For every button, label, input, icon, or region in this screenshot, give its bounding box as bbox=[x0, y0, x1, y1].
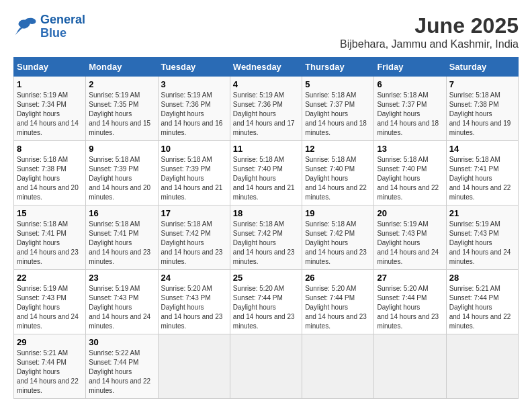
sunset-label: Sunset: 7:43 PM bbox=[449, 230, 499, 237]
day-info: Sunrise: 5:19 AM Sunset: 7:43 PM Dayligh… bbox=[89, 284, 154, 331]
sunrise-label: Sunrise: 5:18 AM bbox=[449, 156, 500, 163]
sunset-label: Sunset: 7:43 PM bbox=[377, 230, 427, 237]
daylight-value: and 14 hours and 21 minutes. bbox=[233, 184, 295, 201]
daylight-value: and 14 hours and 23 minutes. bbox=[305, 248, 367, 265]
sunrise-label: Sunrise: 5:18 AM bbox=[89, 156, 140, 163]
day-info: Sunrise: 5:19 AM Sunset: 7:43 PM Dayligh… bbox=[17, 284, 83, 331]
daylight-label: Daylight hours bbox=[377, 110, 420, 118]
calendar-table: Sunday Monday Tuesday Wednesday Thursday… bbox=[13, 57, 519, 399]
day-info: Sunrise: 5:18 AM Sunset: 7:38 PM Dayligh… bbox=[17, 155, 83, 202]
calendar-cell: 9 Sunrise: 5:18 AM Sunset: 7:39 PM Dayli… bbox=[86, 141, 158, 205]
calendar-cell: 1 Sunrise: 5:19 AM Sunset: 7:34 PM Dayli… bbox=[14, 77, 86, 141]
day-info: Sunrise: 5:18 AM Sunset: 7:42 PM Dayligh… bbox=[305, 220, 371, 267]
sunset-label: Sunset: 7:44 PM bbox=[377, 294, 427, 302]
day-number: 27 bbox=[377, 273, 443, 283]
sunrise-label: Sunrise: 5:21 AM bbox=[17, 349, 68, 357]
daylight-value: and 14 hours and 22 minutes. bbox=[89, 377, 150, 394]
calendar-cell: 10 Sunrise: 5:18 AM Sunset: 7:39 PM Dayl… bbox=[158, 141, 230, 205]
header-sunday: Sunday bbox=[14, 58, 86, 77]
sunset-label: Sunset: 7:37 PM bbox=[377, 101, 427, 108]
sunrise-label: Sunrise: 5:20 AM bbox=[377, 285, 428, 292]
sunrise-label: Sunrise: 5:18 AM bbox=[233, 156, 284, 163]
daylight-value: and 14 hours and 23 minutes. bbox=[161, 313, 223, 330]
calendar-cell: 6 Sunrise: 5:18 AM Sunset: 7:37 PM Dayli… bbox=[374, 77, 446, 141]
daylight-label: Daylight hours bbox=[89, 304, 132, 311]
calendar-cell: 3 Sunrise: 5:19 AM Sunset: 7:36 PM Dayli… bbox=[158, 77, 230, 141]
day-info: Sunrise: 5:21 AM Sunset: 7:44 PM Dayligh… bbox=[449, 284, 515, 331]
calendar-cell bbox=[158, 334, 230, 399]
day-info: Sunrise: 5:18 AM Sunset: 7:41 PM Dayligh… bbox=[89, 220, 154, 267]
daylight-value: and 14 hours and 14 minutes. bbox=[17, 120, 79, 136]
day-info: Sunrise: 5:18 AM Sunset: 7:39 PM Dayligh… bbox=[161, 155, 227, 202]
daylight-value: and 14 hours and 21 minutes. bbox=[161, 184, 223, 201]
sunset-label: Sunset: 7:40 PM bbox=[377, 165, 427, 173]
day-number: 26 bbox=[305, 273, 371, 283]
daylight-value: and 14 hours and 24 minutes. bbox=[449, 248, 511, 265]
calendar-cell: 18 Sunrise: 5:18 AM Sunset: 7:42 PM Dayl… bbox=[230, 205, 302, 270]
header-monday: Monday bbox=[86, 58, 158, 77]
header-friday: Friday bbox=[374, 58, 446, 77]
daylight-value: and 14 hours and 22 minutes. bbox=[305, 184, 367, 201]
sunset-label: Sunset: 7:36 PM bbox=[233, 101, 283, 108]
daylight-label: Daylight hours bbox=[17, 110, 60, 118]
calendar-week-row: 29 Sunrise: 5:21 AM Sunset: 7:44 PM Dayl… bbox=[14, 334, 519, 399]
day-number: 10 bbox=[161, 144, 227, 154]
sunset-label: Sunset: 7:39 PM bbox=[89, 165, 138, 173]
day-info: Sunrise: 5:18 AM Sunset: 7:38 PM Dayligh… bbox=[449, 91, 515, 138]
sunset-label: Sunset: 7:40 PM bbox=[233, 165, 283, 173]
daylight-label: Daylight hours bbox=[17, 175, 60, 182]
daylight-value: and 14 hours and 23 minutes. bbox=[161, 248, 223, 265]
day-number: 16 bbox=[89, 208, 154, 218]
calendar-week-row: 22 Sunrise: 5:19 AM Sunset: 7:43 PM Dayl… bbox=[14, 270, 519, 334]
header-saturday: Saturday bbox=[446, 58, 518, 77]
sunrise-label: Sunrise: 5:18 AM bbox=[449, 91, 500, 99]
day-number: 12 bbox=[305, 144, 371, 154]
daylight-value: and 14 hours and 16 minutes. bbox=[161, 120, 223, 136]
daylight-value: and 14 hours and 24 minutes. bbox=[89, 313, 150, 330]
daylight-label: Daylight hours bbox=[89, 175, 132, 182]
day-number: 14 bbox=[449, 144, 515, 154]
daylight-label: Daylight hours bbox=[17, 304, 60, 311]
sunset-label: Sunset: 7:44 PM bbox=[89, 359, 138, 366]
calendar-cell: 27 Sunrise: 5:20 AM Sunset: 7:44 PM Dayl… bbox=[374, 270, 446, 334]
calendar-cell: 12 Sunrise: 5:18 AM Sunset: 7:40 PM Dayl… bbox=[302, 141, 374, 205]
day-number: 18 bbox=[233, 208, 299, 218]
daylight-label: Daylight hours bbox=[449, 110, 492, 118]
calendar-cell bbox=[374, 334, 446, 399]
calendar-week-row: 1 Sunrise: 5:19 AM Sunset: 7:34 PM Dayli… bbox=[14, 77, 519, 141]
day-info: Sunrise: 5:18 AM Sunset: 7:40 PM Dayligh… bbox=[305, 155, 371, 202]
day-info: Sunrise: 5:19 AM Sunset: 7:43 PM Dayligh… bbox=[377, 220, 443, 267]
sunrise-label: Sunrise: 5:19 AM bbox=[233, 91, 284, 99]
day-info: Sunrise: 5:18 AM Sunset: 7:37 PM Dayligh… bbox=[377, 91, 443, 138]
header-wednesday: Wednesday bbox=[230, 58, 302, 77]
daylight-label: Daylight hours bbox=[17, 239, 60, 246]
day-info: Sunrise: 5:19 AM Sunset: 7:35 PM Dayligh… bbox=[89, 91, 154, 138]
calendar-week-row: 15 Sunrise: 5:18 AM Sunset: 7:41 PM Dayl… bbox=[14, 205, 519, 270]
day-number: 20 bbox=[377, 208, 443, 218]
day-info: Sunrise: 5:18 AM Sunset: 7:40 PM Dayligh… bbox=[377, 155, 443, 202]
day-info: Sunrise: 5:20 AM Sunset: 7:43 PM Dayligh… bbox=[161, 284, 227, 331]
daylight-value: and 14 hours and 23 minutes. bbox=[233, 248, 295, 265]
day-info: Sunrise: 5:22 AM Sunset: 7:44 PM Dayligh… bbox=[89, 349, 154, 396]
day-number: 19 bbox=[305, 208, 371, 218]
day-info: Sunrise: 5:19 AM Sunset: 7:34 PM Dayligh… bbox=[17, 91, 83, 138]
daylight-label: Daylight hours bbox=[233, 175, 276, 182]
sunrise-label: Sunrise: 5:19 AM bbox=[161, 91, 212, 99]
calendar-cell: 5 Sunrise: 5:18 AM Sunset: 7:37 PM Dayli… bbox=[302, 77, 374, 141]
sunrise-label: Sunrise: 5:18 AM bbox=[377, 156, 428, 163]
location-title: Bijbehara, Jammu and Kashmir, India bbox=[340, 38, 519, 50]
title-area: June 2025 Bijbehara, Jammu and Kashmir, … bbox=[340, 13, 519, 50]
day-number: 11 bbox=[233, 144, 299, 154]
day-info: Sunrise: 5:19 AM Sunset: 7:36 PM Dayligh… bbox=[161, 91, 227, 138]
calendar-cell: 21 Sunrise: 5:19 AM Sunset: 7:43 PM Dayl… bbox=[446, 205, 518, 270]
sunrise-label: Sunrise: 5:19 AM bbox=[89, 285, 140, 292]
daylight-label: Daylight hours bbox=[233, 110, 276, 118]
day-info: Sunrise: 5:20 AM Sunset: 7:44 PM Dayligh… bbox=[377, 284, 443, 331]
sunset-label: Sunset: 7:38 PM bbox=[449, 101, 499, 108]
calendar-cell: 8 Sunrise: 5:18 AM Sunset: 7:38 PM Dayli… bbox=[14, 141, 86, 205]
sunset-label: Sunset: 7:43 PM bbox=[161, 294, 211, 302]
daylight-value: and 14 hours and 19 minutes. bbox=[449, 120, 511, 136]
sunset-label: Sunset: 7:44 PM bbox=[233, 294, 283, 302]
sunrise-label: Sunrise: 5:18 AM bbox=[233, 220, 284, 228]
sunset-label: Sunset: 7:36 PM bbox=[161, 101, 211, 108]
